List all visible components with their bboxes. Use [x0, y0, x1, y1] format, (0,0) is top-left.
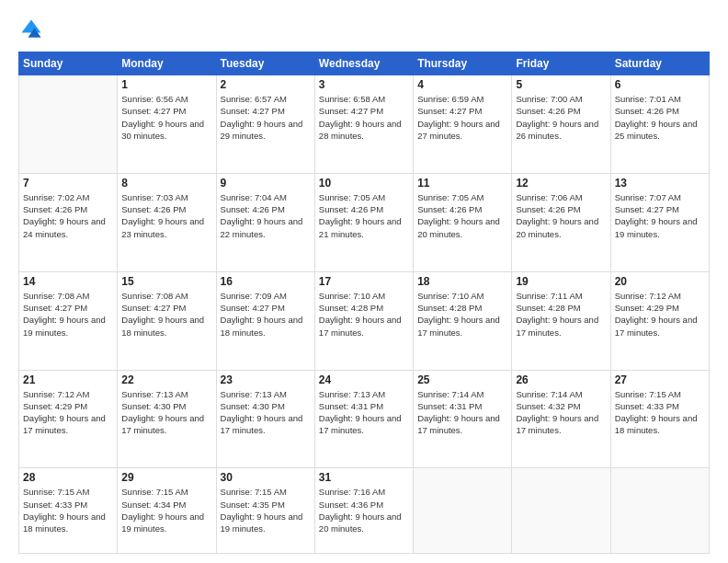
day-header: Sunday [19, 52, 118, 75]
day-number: 1 [121, 78, 211, 91]
day-cell [512, 468, 610, 554]
day-cell: 12Sunrise: 7:06 AM Sunset: 4:26 PM Dayli… [512, 173, 610, 271]
day-number: 13 [615, 177, 705, 190]
day-info: Sunrise: 6:56 AM Sunset: 4:27 PM Dayligh… [121, 93, 211, 142]
day-cell: 6Sunrise: 7:01 AM Sunset: 4:26 PM Daylig… [610, 75, 709, 174]
day-info: Sunrise: 7:10 AM Sunset: 4:28 PM Dayligh… [319, 290, 409, 339]
day-cell: 13Sunrise: 7:07 AM Sunset: 4:27 PM Dayli… [610, 173, 709, 271]
day-info: Sunrise: 7:15 AM Sunset: 4:35 PM Dayligh… [221, 486, 311, 534]
day-cell: 27Sunrise: 7:15 AM Sunset: 4:33 PM Dayli… [610, 370, 709, 468]
day-number: 19 [516, 275, 606, 288]
day-cell: 15Sunrise: 7:08 AM Sunset: 4:27 PM Dayli… [118, 271, 216, 370]
day-header: Wednesday [314, 52, 413, 75]
day-number: 24 [319, 373, 409, 386]
day-number: 25 [417, 373, 507, 386]
header [18, 17, 710, 42]
day-header: Tuesday [216, 52, 314, 75]
day-number: 11 [417, 177, 507, 190]
day-cell [414, 468, 512, 554]
week-row: 14Sunrise: 7:08 AM Sunset: 4:27 PM Dayli… [19, 271, 710, 370]
day-info: Sunrise: 7:08 AM Sunset: 4:27 PM Dayligh… [121, 290, 211, 339]
day-info: Sunrise: 7:04 AM Sunset: 4:26 PM Dayligh… [221, 191, 311, 240]
week-row: 1Sunrise: 6:56 AM Sunset: 4:27 PM Daylig… [19, 75, 710, 174]
day-number: 20 [615, 275, 705, 288]
day-info: Sunrise: 7:02 AM Sunset: 4:26 PM Dayligh… [23, 191, 113, 240]
day-number: 28 [23, 471, 113, 484]
day-info: Sunrise: 7:14 AM Sunset: 4:32 PM Dayligh… [516, 388, 606, 437]
day-info: Sunrise: 7:05 AM Sunset: 4:26 PM Dayligh… [417, 191, 507, 240]
day-cell: 28Sunrise: 7:15 AM Sunset: 4:33 PM Dayli… [19, 468, 118, 554]
day-cell: 8Sunrise: 7:03 AM Sunset: 4:26 PM Daylig… [118, 173, 216, 271]
day-info: Sunrise: 6:57 AM Sunset: 4:27 PM Dayligh… [221, 93, 311, 142]
week-row: 7Sunrise: 7:02 AM Sunset: 4:26 PM Daylig… [19, 173, 710, 271]
day-header: Friday [512, 52, 610, 75]
day-number: 6 [615, 78, 705, 91]
day-info: Sunrise: 7:15 AM Sunset: 4:33 PM Dayligh… [23, 486, 113, 534]
day-cell: 26Sunrise: 7:14 AM Sunset: 4:32 PM Dayli… [512, 370, 610, 468]
day-header: Monday [118, 52, 216, 75]
day-number: 4 [417, 78, 507, 91]
day-info: Sunrise: 7:07 AM Sunset: 4:27 PM Dayligh… [615, 191, 705, 240]
day-cell: 1Sunrise: 6:56 AM Sunset: 4:27 PM Daylig… [118, 75, 216, 174]
day-cell [19, 75, 118, 174]
day-info: Sunrise: 6:59 AM Sunset: 4:27 PM Dayligh… [417, 93, 507, 142]
day-cell: 20Sunrise: 7:12 AM Sunset: 4:29 PM Dayli… [610, 271, 709, 370]
day-cell: 25Sunrise: 7:14 AM Sunset: 4:31 PM Dayli… [414, 370, 512, 468]
day-number: 17 [319, 275, 409, 288]
day-info: Sunrise: 7:03 AM Sunset: 4:26 PM Dayligh… [121, 191, 211, 240]
day-info: Sunrise: 7:13 AM Sunset: 4:30 PM Dayligh… [121, 388, 211, 437]
day-cell: 21Sunrise: 7:12 AM Sunset: 4:29 PM Dayli… [19, 370, 118, 468]
day-number: 31 [319, 471, 409, 484]
day-number: 22 [121, 373, 211, 386]
day-number: 5 [516, 78, 606, 91]
day-cell: 9Sunrise: 7:04 AM Sunset: 4:26 PM Daylig… [216, 173, 314, 271]
day-number: 30 [221, 471, 311, 484]
day-header: Saturday [610, 52, 709, 75]
day-number: 16 [221, 275, 311, 288]
day-cell: 16Sunrise: 7:09 AM Sunset: 4:27 PM Dayli… [216, 271, 314, 370]
day-number: 12 [516, 177, 606, 190]
day-cell: 31Sunrise: 7:16 AM Sunset: 4:36 PM Dayli… [314, 468, 413, 554]
day-cell: 19Sunrise: 7:11 AM Sunset: 4:28 PM Dayli… [512, 271, 610, 370]
day-cell [610, 468, 709, 554]
logo [18, 17, 48, 42]
day-info: Sunrise: 7:09 AM Sunset: 4:27 PM Dayligh… [221, 290, 311, 339]
page: SundayMondayTuesdayWednesdayThursdayFrid… [0, 0, 728, 563]
svg-marker-0 [22, 20, 41, 33]
logo-icon [18, 17, 44, 42]
day-info: Sunrise: 7:14 AM Sunset: 4:31 PM Dayligh… [417, 388, 507, 437]
day-info: Sunrise: 7:13 AM Sunset: 4:30 PM Dayligh… [221, 388, 311, 437]
day-info: Sunrise: 7:15 AM Sunset: 4:34 PM Dayligh… [121, 486, 211, 534]
day-number: 27 [615, 373, 705, 386]
day-number: 7 [23, 177, 113, 190]
week-row: 28Sunrise: 7:15 AM Sunset: 4:33 PM Dayli… [19, 468, 710, 554]
day-info: Sunrise: 7:01 AM Sunset: 4:26 PM Dayligh… [615, 93, 705, 142]
day-cell: 14Sunrise: 7:08 AM Sunset: 4:27 PM Dayli… [19, 271, 118, 370]
day-cell: 30Sunrise: 7:15 AM Sunset: 4:35 PM Dayli… [216, 468, 314, 554]
day-info: Sunrise: 7:12 AM Sunset: 4:29 PM Dayligh… [23, 388, 113, 437]
day-cell: 23Sunrise: 7:13 AM Sunset: 4:30 PM Dayli… [216, 370, 314, 468]
day-number: 3 [319, 78, 409, 91]
day-cell: 22Sunrise: 7:13 AM Sunset: 4:30 PM Dayli… [118, 370, 216, 468]
day-number: 8 [121, 177, 211, 190]
day-info: Sunrise: 7:00 AM Sunset: 4:26 PM Dayligh… [516, 93, 606, 142]
day-number: 2 [221, 78, 311, 91]
day-info: Sunrise: 7:12 AM Sunset: 4:29 PM Dayligh… [615, 290, 705, 339]
day-cell: 10Sunrise: 7:05 AM Sunset: 4:26 PM Dayli… [314, 173, 413, 271]
day-number: 21 [23, 373, 113, 386]
day-number: 26 [516, 373, 606, 386]
day-number: 15 [121, 275, 211, 288]
day-info: Sunrise: 7:15 AM Sunset: 4:33 PM Dayligh… [615, 388, 705, 437]
day-cell: 4Sunrise: 6:59 AM Sunset: 4:27 PM Daylig… [414, 75, 512, 174]
day-cell: 17Sunrise: 7:10 AM Sunset: 4:28 PM Dayli… [314, 271, 413, 370]
day-cell: 2Sunrise: 6:57 AM Sunset: 4:27 PM Daylig… [216, 75, 314, 174]
day-info: Sunrise: 7:06 AM Sunset: 4:26 PM Dayligh… [516, 191, 606, 240]
day-cell: 5Sunrise: 7:00 AM Sunset: 4:26 PM Daylig… [512, 75, 610, 174]
day-header: Thursday [414, 52, 512, 75]
day-info: Sunrise: 7:11 AM Sunset: 4:28 PM Dayligh… [516, 290, 606, 339]
week-row: 21Sunrise: 7:12 AM Sunset: 4:29 PM Dayli… [19, 370, 710, 468]
day-cell: 3Sunrise: 6:58 AM Sunset: 4:27 PM Daylig… [314, 75, 413, 174]
day-info: Sunrise: 7:10 AM Sunset: 4:28 PM Dayligh… [417, 290, 507, 339]
day-number: 29 [121, 471, 211, 484]
calendar-table: SundayMondayTuesdayWednesdayThursdayFrid… [18, 52, 710, 554]
